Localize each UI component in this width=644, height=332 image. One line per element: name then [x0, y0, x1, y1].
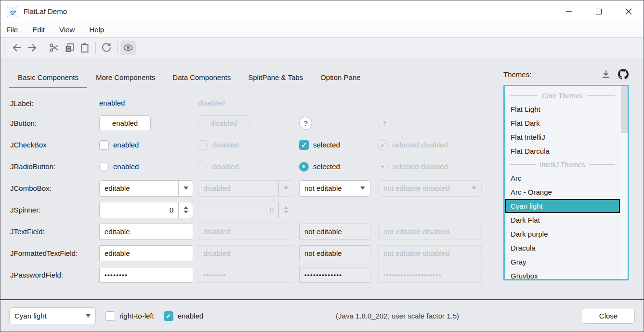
- theme-selector-combobox[interactable]: Cyan light: [9, 307, 96, 324]
- theme-item-flat-darcula[interactable]: Flat Darcula: [505, 144, 620, 158]
- enabled-label: enabled: [178, 312, 203, 320]
- theme-item-gray[interactable]: Gray: [505, 255, 620, 269]
- theme-item-dracula[interactable]: Dracula: [505, 241, 620, 255]
- checkbox-enabled[interactable]: [99, 140, 109, 150]
- menu-view[interactable]: View: [59, 26, 75, 34]
- theme-item-gruvbox[interactable]: Gruvbox: [505, 269, 620, 280]
- spinner-disabled: 0: [198, 202, 293, 218]
- show-hidden-toggle-button[interactable]: [120, 40, 136, 55]
- window-controls: [554, 0, 644, 22]
- jlabel-enabled: enabled: [99, 99, 125, 107]
- theme-item-cyan-light[interactable]: Cyan light: [505, 199, 620, 213]
- help-button[interactable]: ?: [299, 117, 312, 130]
- formatted-textfield-not-editable-disabled: not editable disabled: [378, 245, 482, 261]
- download-button[interactable]: [600, 68, 612, 80]
- jbutton-enabled[interactable]: enabled: [99, 115, 151, 131]
- theme-item-arc-orange[interactable]: Arc - Orange: [505, 185, 620, 199]
- close-window-button[interactable]: [614, 0, 644, 22]
- forward-button[interactable]: [25, 40, 40, 55]
- passwordfield-not-editable[interactable]: •••••••••••••: [299, 267, 370, 283]
- toolbar-grip[interactable]: [4, 43, 5, 53]
- tab-splitpane-tabs[interactable]: SplitPane & Tabs: [239, 73, 312, 88]
- jcombobox-row: JComboBox: editable disabled: [10, 177, 491, 199]
- themes-list[interactable]: Core Themes Flat Light Flat Dark Flat In…: [503, 85, 629, 280]
- tab-more-components[interactable]: More Components: [87, 73, 164, 88]
- combobox-editable[interactable]: editable: [99, 180, 193, 197]
- themes-header: Themes:: [503, 68, 629, 80]
- combobox-arrow-button[interactable]: [81, 308, 95, 324]
- right-to-left-checkbox-group: right-to-left: [105, 311, 154, 321]
- jlabel-disabled: disabled: [198, 99, 225, 107]
- copy-icon: [64, 42, 75, 53]
- combobox-not-editable[interactable]: not editable: [299, 180, 370, 197]
- textfield-not-editable[interactable]: not editable: [299, 224, 370, 239]
- spinner-enabled[interactable]: 0: [99, 202, 193, 218]
- refresh-button[interactable]: [99, 40, 114, 55]
- enabled-checkbox[interactable]: ✓: [164, 311, 173, 321]
- refresh-icon: [101, 42, 112, 53]
- row-label-jspinner: JSpinner:: [10, 206, 99, 214]
- help-button-disabled: ?: [378, 117, 391, 130]
- spinner-arrow-buttons[interactable]: [178, 202, 193, 218]
- row-label-jlabel: JLabel:: [10, 99, 99, 107]
- paste-button[interactable]: [77, 40, 92, 55]
- row-label-jpasswordfield: JPasswordField:: [10, 271, 99, 279]
- theme-item-arc[interactable]: Arc: [505, 171, 620, 185]
- tab-basic-components[interactable]: Basic Components: [9, 73, 87, 88]
- combobox-not-editable-disabled: not editable disabled: [378, 180, 482, 197]
- close-button[interactable]: Close: [582, 308, 635, 324]
- combobox-arrow-button[interactable]: [355, 181, 370, 196]
- spinner-arrow-buttons: [278, 202, 293, 218]
- themes-panel: Themes: Core Themes Fl: [491, 58, 644, 299]
- java-app-icon: [6, 5, 19, 18]
- chevron-down-icon: [284, 186, 289, 190]
- tab-data-components[interactable]: Data Components: [164, 73, 239, 88]
- right-to-left-label: right-to-left: [119, 312, 154, 320]
- right-to-left-checkbox[interactable]: [105, 311, 115, 321]
- checkbox-disabled: [198, 140, 208, 150]
- themes-label: Themes:: [503, 70, 531, 79]
- theme-item-flat-dark[interactable]: Flat Dark: [505, 116, 620, 130]
- copy-button[interactable]: [62, 40, 77, 55]
- formatted-textfield-editable[interactable]: editable: [99, 245, 193, 261]
- jformattedtextfield-row: JFormattedTextField: editable disabled n…: [10, 242, 491, 264]
- cut-button[interactable]: [46, 40, 62, 55]
- themes-group-intellij: IntelliJ Themes: [505, 158, 620, 171]
- textfield-editable[interactable]: editable: [99, 224, 193, 239]
- checkbox-enabled-label: enabled: [113, 141, 139, 149]
- menu-help[interactable]: Help: [89, 26, 104, 34]
- checkbox-selected[interactable]: ✓: [299, 140, 309, 150]
- menu-bar: File Edit View Help: [0, 22, 644, 38]
- radio-selected-disabled: [378, 162, 388, 172]
- back-button[interactable]: [9, 40, 25, 55]
- theme-item-flat-intellij[interactable]: Flat IntelliJ: [505, 130, 620, 144]
- tab-option-pane[interactable]: Option Pane: [312, 73, 369, 88]
- window-title: FlatLaf Demo: [24, 7, 67, 15]
- jbutton-row: JButton: enabled disabled ? ?: [10, 112, 491, 134]
- scrollbar-thumb[interactable]: [621, 86, 628, 133]
- radio-selected[interactable]: [299, 162, 309, 172]
- formatted-textfield-not-editable[interactable]: not editable: [299, 245, 370, 261]
- passwordfield-editable[interactable]: ••••••••: [99, 267, 193, 283]
- combobox-arrow-button[interactable]: [178, 181, 193, 196]
- radio-enabled[interactable]: [99, 162, 109, 172]
- textfield-not-editable-disabled: not editable disabled: [378, 224, 482, 239]
- github-button[interactable]: [618, 68, 629, 80]
- tab-strip: Basic Components More Components Data Co…: [0, 58, 491, 88]
- jbutton-disabled: disabled: [198, 115, 250, 131]
- theme-item-dark-purple[interactable]: Dark purple: [505, 227, 620, 241]
- menu-edit[interactable]: Edit: [32, 26, 45, 34]
- menu-file[interactable]: File: [6, 26, 18, 34]
- theme-item-flat-light[interactable]: Flat Light: [505, 102, 620, 116]
- minimize-button[interactable]: [554, 0, 584, 22]
- spinner-up-icon: [284, 206, 289, 209]
- row-label-jradiobutton: JRadioButton:: [10, 162, 99, 171]
- toolbar-separator: [43, 42, 43, 53]
- jtextfield-row: JTextField: editable disabled not editab…: [10, 221, 491, 242]
- themes-scrollbar[interactable]: [621, 86, 628, 279]
- theme-item-dark-flat[interactable]: Dark Flat: [505, 213, 620, 227]
- textfield-disabled: disabled: [198, 224, 293, 239]
- maximize-button[interactable]: [584, 0, 614, 22]
- title-bar: FlatLaf Demo: [0, 0, 644, 22]
- radio-enabled-label: enabled: [113, 162, 139, 171]
